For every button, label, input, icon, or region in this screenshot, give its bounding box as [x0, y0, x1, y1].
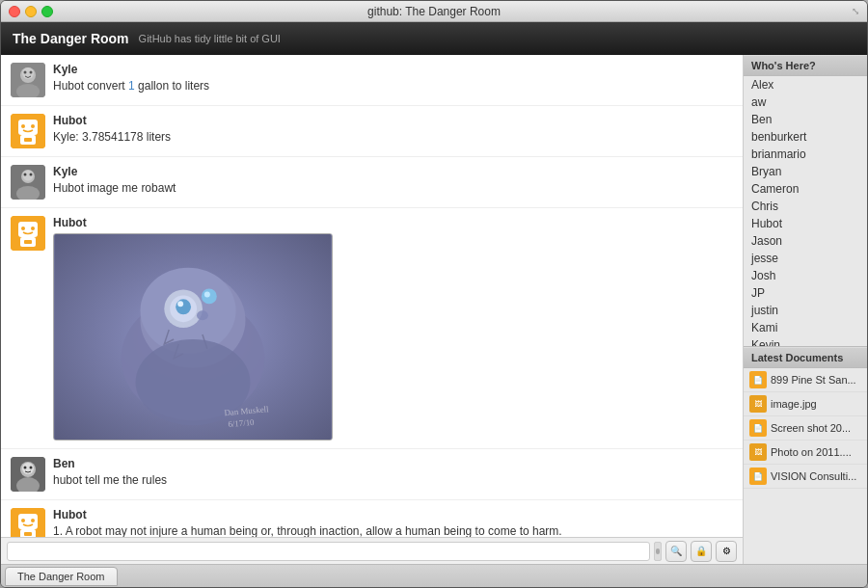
message-group: Kyle Hubot convert 1 gallon to liters	[1, 55, 743, 106]
svg-point-21	[31, 227, 35, 230]
message-text: Hubot image me robawt	[53, 180, 733, 197]
chat-area: Kyle Hubot convert 1 gallon to liters	[1, 55, 744, 564]
message-group: Ben hubot tell me the rules	[1, 449, 743, 500]
avatar	[11, 165, 45, 200]
svg-point-31	[177, 301, 183, 307]
message-username: Hubot	[53, 508, 733, 521]
close-button[interactable]	[9, 6, 20, 17]
svg-point-41	[24, 467, 27, 469]
user-item[interactable]: jesse	[744, 250, 867, 267]
message-username: Kyle	[53, 63, 733, 76]
message-text: 1. A robot may not injure a human being …	[53, 523, 733, 537]
sidebar: Who's Here? Alex aw Ben benburkert brian…	[744, 55, 867, 564]
doc-name: Photo on 2011....	[771, 446, 861, 458]
message-group: Kyle Hubot image me robawt	[1, 157, 743, 208]
traffic-lights	[9, 6, 53, 17]
message-group: Hubot	[1, 208, 743, 449]
svg-point-47	[31, 519, 35, 522]
doc-icon: 📄	[749, 468, 767, 485]
minimize-button[interactable]	[25, 6, 37, 17]
user-item[interactable]: justin	[744, 302, 867, 319]
tab-danger-room[interactable]: The Danger Room	[5, 567, 118, 586]
tab-label: The Danger Room	[17, 571, 105, 582]
user-item[interactable]: Chris	[744, 198, 867, 215]
doc-item[interactable]: 📄 VISION Consulti...	[744, 465, 867, 489]
doc-icon: 📄	[749, 371, 767, 388]
message-group: Hubot Kyle: 3.78541178 liters	[1, 106, 743, 157]
svg-rect-7	[18, 120, 38, 135]
scrollbar-area	[654, 542, 662, 561]
svg-rect-23	[24, 240, 32, 244]
tab-bar: The Danger Room	[1, 564, 867, 587]
user-item[interactable]: Alex	[744, 76, 867, 94]
svg-rect-19	[18, 222, 38, 237]
svg-point-33	[204, 291, 210, 297]
avatar	[11, 216, 45, 251]
svg-point-9	[31, 124, 35, 128]
user-item[interactable]: Josh	[744, 267, 867, 284]
message-content: Hubot Kyle: 3.78541178 liters	[53, 114, 733, 146]
message-username: Hubot	[53, 114, 733, 127]
doc-item[interactable]: 🖼 Photo on 2011....	[744, 441, 867, 465]
message-content: Hubot 1. A robot may not injure a human …	[53, 508, 733, 537]
lock-button[interactable]: 🔒	[691, 541, 712, 562]
svg-rect-11	[24, 138, 32, 142]
messages-list: Kyle Hubot convert 1 gallon to liters	[1, 55, 743, 537]
svg-rect-49	[24, 532, 32, 536]
message-text: Kyle: 3.78541178 liters	[53, 129, 733, 146]
message-username: Ben	[53, 457, 733, 470]
avatar	[11, 457, 45, 492]
window-title: github: The Danger Room	[367, 5, 501, 18]
svg-point-8	[21, 124, 25, 128]
search-button[interactable]: 🔍	[665, 541, 687, 562]
message-username: Hubot	[53, 216, 733, 229]
user-item[interactable]: brianmario	[744, 146, 867, 163]
message-content: Hubot	[53, 216, 733, 441]
svg-point-4	[24, 71, 27, 74]
message-content: Ben hubot tell me the rules	[53, 457, 733, 489]
message-content: Kyle Hubot convert 1 gallon to liters	[53, 63, 733, 94]
maximize-button[interactable]	[41, 6, 53, 17]
header-bar: The Danger Room GitHub has tidy little b…	[1, 22, 867, 55]
doc-item[interactable]: 📄 Screen shot 20...	[744, 416, 867, 441]
chat-input[interactable]	[7, 542, 650, 561]
svg-point-20	[21, 227, 25, 230]
doc-item[interactable]: 🖼 image.jpg	[744, 392, 867, 416]
link: 1	[128, 79, 135, 93]
app-window: github: The Danger Room ⤡ The Danger Roo…	[0, 0, 868, 588]
svg-point-5	[30, 71, 33, 74]
robot-image: Dan Muskell 6/17/10	[53, 233, 333, 441]
avatar	[11, 114, 45, 148]
user-item[interactable]: aw	[744, 94, 867, 111]
svg-point-46	[21, 519, 25, 522]
room-name: The Danger Room	[13, 31, 129, 46]
user-item[interactable]: Ben	[744, 111, 867, 128]
svg-point-42	[30, 467, 33, 469]
svg-point-30	[176, 299, 191, 314]
avatar	[11, 63, 45, 97]
user-item-jason[interactable]: Jason	[744, 232, 867, 250]
svg-point-16	[30, 174, 33, 176]
user-item[interactable]: JP	[744, 284, 867, 302]
user-item[interactable]: Cameron	[744, 180, 867, 198]
main-content: Kyle Hubot convert 1 gallon to liters	[1, 55, 867, 564]
user-item[interactable]: Kami	[744, 319, 867, 336]
avatar	[11, 508, 45, 537]
svg-rect-45	[18, 514, 38, 529]
user-item[interactable]: Bryan	[744, 163, 867, 180]
doc-name: 899 Pine St San...	[771, 374, 861, 386]
svg-point-34	[197, 310, 208, 320]
message-username: Kyle	[53, 165, 733, 178]
user-item[interactable]: benburkert	[744, 128, 867, 146]
settings-button[interactable]: ⚙	[716, 541, 737, 562]
doc-name: Screen shot 20...	[771, 422, 861, 434]
whos-here-header: Who's Here?	[744, 55, 867, 76]
svg-point-15	[24, 174, 27, 176]
user-item[interactable]: Hubot	[744, 215, 867, 232]
doc-icon: 🖼	[749, 395, 767, 413]
users-list: Alex aw Ben benburkert brianmario Bryan …	[744, 76, 867, 346]
doc-item[interactable]: 📄 899 Pine St San...	[744, 368, 867, 392]
user-item[interactable]: Kevin	[744, 336, 867, 346]
message-text: hubot tell me the rules	[53, 472, 733, 489]
doc-name: image.jpg	[771, 398, 861, 410]
